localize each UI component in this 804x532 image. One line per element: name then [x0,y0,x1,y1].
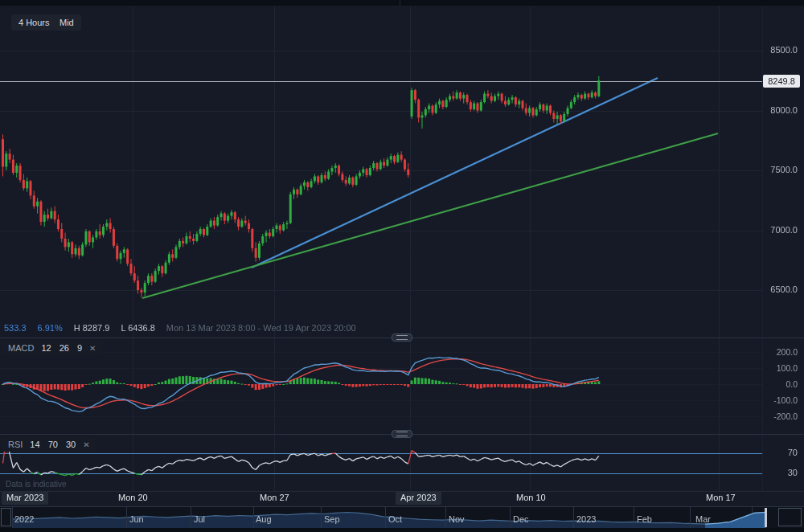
navigator-month-label: Sep [324,514,340,524]
macd-tick: 0.0 [762,379,798,389]
rsi-close-icon[interactable]: ✕ [83,440,89,449]
navigator-month-label: 2023 [576,514,596,524]
current-price-label: 8249.8 [763,75,800,88]
price-tick: 7500.0 [762,165,798,174]
time-axis-label: Mon 27 [260,492,289,504]
macd-resize-handle[interactable] [392,334,412,342]
trading-chart-window: 4 Hours Mid 8500.08000.07500.07000.06500… [0,0,804,532]
rsi-label: RSI [8,440,23,449]
visible-date-range: Mon 13 Mar 2023 8:00 - Wed 19 Apr 2023 2… [166,323,356,333]
period-low: L 6436.8 [121,323,154,333]
time-axis-label: Apr 2023 [396,491,441,505]
change-percent: 6.91% [38,323,63,333]
macd-tick: 200.0 [762,347,798,357]
macd-label: MACD [8,343,34,353]
macd-params: 12 26 9 [41,343,82,353]
price-tick: 7000.0 [762,225,798,235]
rsi-indicator-badge[interactable]: RSI 14 70 30 ✕ [2,437,96,452]
navigator-month-label: Nov [449,514,465,524]
macd-indicator-badge[interactable]: MACD 12 26 9 ✕ [2,341,102,355]
navigator-month-label: Aug [256,514,272,524]
price-tick: 8500.0 [762,45,798,55]
time-axis-label: Mon 17 [706,492,736,504]
macd-tick: -100.0 [762,395,798,405]
navigator-window[interactable] [705,506,766,528]
navigator-month-label: Jun [129,514,144,524]
rsi-resize-handle[interactable] [392,430,412,438]
navigator-month-label: Feb [637,514,652,524]
rsi-params: 14 70 30 [30,440,76,449]
timeframe-button[interactable]: 4 Hours [11,14,57,31]
time-axis-label: Mon 10 [516,492,546,504]
status-bar: 533.3 6.91% H 8287.9 L 6436.8 Mon 13 Mar… [4,323,356,333]
rsi-tick: 30 [762,468,798,477]
navigator-month-label: Jul [194,514,205,524]
price-type-button[interactable]: Mid [52,14,81,31]
navigator-month-label: Dec [513,514,529,524]
navigator-month-label: Oct [388,514,402,524]
navigator-month-label: 2022 [14,514,34,524]
chart-canvas[interactable] [0,0,804,532]
price-tick: 6500.0 [762,284,798,294]
rsi-tick: 70 [762,448,798,457]
time-axis-label: Mon 20 [118,492,148,504]
macd-tick: 100.0 [762,363,798,373]
period-high: H 8287.9 [74,323,110,333]
price-tick: 8000.0 [762,105,798,115]
time-axis-label: Mar 2023 [2,491,48,505]
change-value: 533.3 [4,323,27,333]
macd-close-icon[interactable]: ✕ [89,344,96,353]
macd-tick: -200.0 [762,411,798,421]
indicative-data-watermark: Data is indicative [6,480,67,489]
